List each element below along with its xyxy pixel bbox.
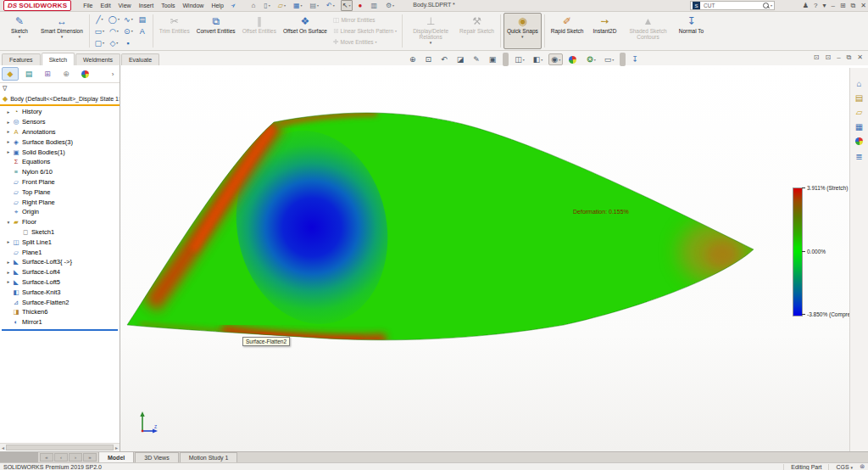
- restore-button[interactable]: ⧉: [851, 3, 856, 9]
- tree-hscrollbar[interactable]: ◂ ▸: [0, 443, 120, 450]
- commandmanager-tab[interactable]: Weldments: [75, 53, 120, 65]
- tree-item[interactable]: ▸ ◈ Surface Bodies(3): [0, 137, 120, 147]
- convert-entities-button[interactable]: ⧉ Convert Entities: [193, 13, 239, 49]
- offset-on-surface-button[interactable]: ❖ Offset On Surface: [280, 13, 331, 49]
- menu-item[interactable]: File: [83, 3, 92, 8]
- menu-item[interactable]: Tools: [161, 3, 175, 8]
- menu-item[interactable]: Help: [211, 3, 223, 8]
- view-palette-icon[interactable]: ▦: [855, 123, 863, 131]
- menu-item[interactable]: Window: [182, 3, 203, 8]
- display-delete-relations-button[interactable]: ⊥ Display/Delete Relations ▾: [405, 13, 456, 49]
- open-file-icon[interactable]: ▱ ▾: [276, 0, 287, 11]
- expand-arrow-icon[interactable]: ▾: [5, 220, 12, 225]
- view-settings-icon[interactable]: ▭ ▾: [602, 53, 617, 65]
- print-icon[interactable]: ▤ ▾: [309, 0, 321, 11]
- rollback-bar[interactable]: [2, 329, 118, 331]
- document-tab[interactable]: Model: [98, 451, 134, 462]
- tree-root-item[interactable]: ◆ Body (Default<<Default>_Display State …: [0, 93, 120, 106]
- stoplight-icon[interactable]: ●: [357, 0, 365, 11]
- normal-to-button[interactable]: ↧ Normal To: [673, 13, 709, 49]
- view-orientation-icon[interactable]: ◫ ▾: [512, 53, 527, 65]
- minimize-button[interactable]: –: [831, 3, 834, 9]
- ellipse-tool-icon[interactable]: ⊙ ▾: [121, 25, 136, 37]
- appearances-scenes-icon[interactable]: [855, 137, 863, 147]
- rectangle-tool-icon[interactable]: ▭ ▾: [92, 25, 107, 37]
- separator[interactable]: [620, 53, 626, 66]
- tree-item[interactable]: ▱ Right Plane: [0, 197, 120, 207]
- options-gear-icon[interactable]: ⚙ ▾: [384, 0, 396, 11]
- select-icon[interactable]: ↖ ▾: [341, 0, 353, 11]
- spline-tool-icon[interactable]: ∿ ▾: [121, 14, 136, 25]
- custom-properties-icon[interactable]: ≣: [855, 153, 862, 161]
- tree-item[interactable]: ▸ ◫ Split Line1: [0, 237, 120, 247]
- document-tab[interactable]: Motion Study 1: [180, 452, 238, 462]
- pin-menu-icon[interactable]: ➢: [229, 1, 238, 10]
- circle-tool-icon[interactable]: ◯ ▾: [107, 14, 121, 25]
- separator[interactable]: [503, 53, 509, 66]
- home-icon[interactable]: ⌂: [250, 0, 259, 11]
- expand-arrow-icon[interactable]: ▸: [5, 149, 12, 154]
- zoom-to-area-icon[interactable]: ⊡: [423, 53, 436, 65]
- zoom-to-fit-icon[interactable]: ⊕: [407, 53, 420, 65]
- tree-item[interactable]: ◐ Mirror1: [0, 317, 120, 327]
- tree-item[interactable]: ▸ ◔ History: [0, 107, 120, 117]
- tree-item[interactable]: ▱ Plane1: [0, 247, 120, 257]
- document-tab[interactable]: 3D Views: [135, 452, 178, 462]
- scroll-right-icon[interactable]: ▸: [115, 445, 118, 450]
- tree-item[interactable]: ⊿ Surface-Flatten2: [0, 297, 120, 307]
- dimxpertmanager-tab-icon[interactable]: ⊕: [58, 67, 75, 81]
- polygon-tool-icon[interactable]: ◇ ▾: [107, 37, 121, 49]
- fullscreen-button[interactable]: ⊞: [840, 3, 846, 9]
- commandmanager-tab[interactable]: Features: [2, 53, 41, 65]
- tab-nav-button[interactable]: «: [40, 453, 53, 462]
- section-view-icon[interactable]: ◪: [454, 53, 468, 65]
- apply-scene-icon[interactable]: ❂ ▾: [584, 53, 598, 65]
- quick-snaps-button[interactable]: ◉ Quick Snaps ▾: [504, 13, 542, 49]
- save-icon[interactable]: ▦ ▾: [292, 0, 304, 11]
- rapid-sketch-button[interactable]: ✐ Rapid Sketch: [548, 13, 587, 49]
- tab-nav-button[interactable]: ‹: [54, 453, 68, 462]
- flattened-surface-model[interactable]: [120, 65, 868, 451]
- new-file-icon[interactable]: ▯ ▾: [262, 0, 271, 11]
- help-caret-icon[interactable]: ▾: [822, 3, 826, 9]
- configurationmanager-tab-icon[interactable]: ⊞: [39, 67, 56, 81]
- show-featuremanager-icon[interactable]: ⊡: [814, 53, 820, 62]
- linear-sketch-pattern-button[interactable]: ⊞ Linear Sketch Pattern ▾: [331, 26, 399, 36]
- minimize-doc-button[interactable]: –: [837, 53, 840, 62]
- hide-show-items-icon[interactable]: ◉ ▾: [548, 53, 563, 65]
- displaymanager-tab-icon[interactable]: [76, 67, 93, 81]
- tree-item[interactable]: ▱ Top Plane: [0, 187, 120, 197]
- edit-appearance-icon[interactable]: [566, 54, 581, 65]
- sketch-picture-tool-icon[interactable]: ▤: [136, 14, 150, 25]
- search-icon[interactable]: [763, 3, 769, 8]
- expand-arrow-icon[interactable]: ▸: [5, 279, 12, 284]
- move-entities-button[interactable]: ✚ Move Entities ▾: [331, 37, 399, 48]
- update-view-icon[interactable]: ↧: [629, 53, 642, 65]
- expand-arrow-icon[interactable]: ▸: [5, 129, 12, 134]
- menu-item[interactable]: View: [119, 3, 131, 8]
- tab-nav-button[interactable]: »: [83, 453, 97, 462]
- tree-item[interactable]: ▾ ▰ Floor: [0, 217, 120, 227]
- menu-item[interactable]: Insert: [139, 3, 154, 8]
- arc-tool-icon[interactable]: ◠ ▾: [107, 25, 121, 37]
- smart-dimension-button[interactable]: ↔ Smart Dimension ▾: [37, 13, 86, 49]
- tree-item[interactable]: ⌖ Origin: [0, 207, 120, 217]
- dynamic-annotation-views-icon[interactable]: ✎: [470, 53, 483, 65]
- 3d-drawing-view-icon[interactable]: ▣: [487, 53, 500, 65]
- instant2d-button[interactable]: ➙ Instant2D: [587, 13, 622, 49]
- tree-item[interactable]: ▸ ◣ Surface-Loft3{ ->}: [0, 257, 120, 267]
- close-button[interactable]: ✕: [860, 3, 866, 9]
- previous-view-icon[interactable]: ↶: [438, 53, 451, 65]
- expand-arrow-icon[interactable]: ▸: [5, 109, 12, 115]
- search-box[interactable]: S ▾: [690, 1, 775, 10]
- line-tool-icon[interactable]: ╱ ▾: [92, 14, 107, 25]
- properties-icon[interactable]: ▥: [369, 0, 380, 11]
- tab-nav-button[interactable]: ›: [69, 453, 82, 462]
- trim-entities-button[interactable]: ✂ Trim Entities: [156, 13, 193, 49]
- tree-item[interactable]: ▱ Front Plane: [0, 177, 120, 187]
- shaded-sketch-contours-button[interactable]: ▲ Shaded Sketch Contours: [622, 13, 673, 49]
- expand-arrow-icon[interactable]: ▸: [5, 120, 12, 125]
- tree-item[interactable]: ▸ ▣ Solid Bodies(1): [0, 147, 120, 157]
- tree-item[interactable]: ▸ A Annotations: [0, 127, 120, 137]
- tree-item[interactable]: ▸ ◣ Surface-Loft4: [0, 267, 120, 277]
